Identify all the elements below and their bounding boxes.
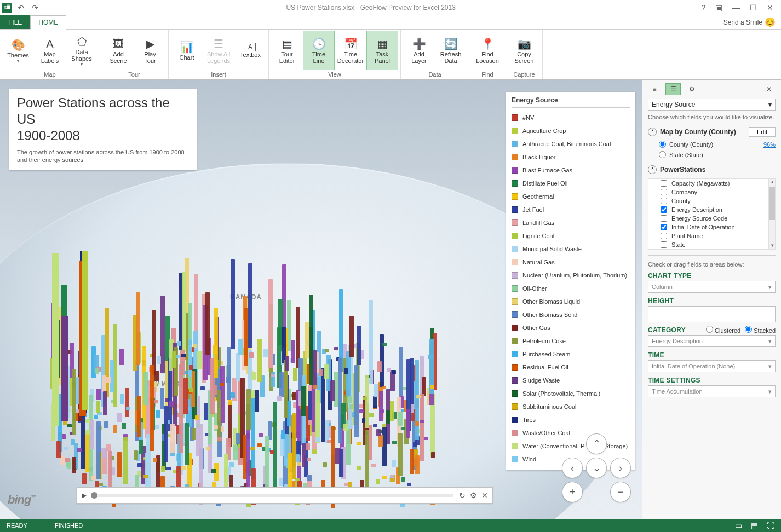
legend-item[interactable]: Lignite Coal [512, 229, 630, 242]
legend-item[interactable]: Other Biomass Solid [512, 308, 630, 321]
tilt-up-button[interactable]: ⌃ [586, 433, 607, 454]
show-all-legends-button[interactable]: ☰Show All Legends [203, 31, 234, 70]
map-canvas[interactable]: KANADA NEW MEXICO Power Stations across … [0, 80, 642, 519]
geo-county-radio[interactable] [659, 141, 666, 148]
legend-item[interactable]: Oil-Other [512, 282, 630, 295]
legend-item[interactable]: #NV [512, 111, 630, 124]
field-checkbox[interactable] [661, 180, 667, 187]
ribbon-display-icon[interactable]: ▣ [713, 2, 725, 13]
tab-home[interactable]: HOME [30, 15, 66, 30]
legend-panel[interactable]: Energy Source #NVAgriculture CropAnthrac… [506, 92, 635, 470]
geo-match-percent[interactable]: 96% [763, 141, 776, 148]
copy-screen-button[interactable]: 📷Copy Screen [508, 31, 540, 70]
timeline-track[interactable] [91, 494, 453, 497]
clustered-option[interactable]: Clustered [706, 326, 740, 334]
field-checkbox[interactable] [661, 233, 667, 239]
legend-item[interactable]: Sludge Waste [512, 374, 630, 387]
time-select[interactable]: Initial Date of Operation (None)▾ [648, 360, 776, 372]
time-line-button[interactable]: 🕓Time Line [303, 31, 335, 70]
layer-select[interactable]: Energy Source ▾ [648, 99, 776, 111]
map-title-overlay[interactable]: Power Stations across the US 1900-2008 T… [9, 89, 197, 170]
field-checkbox[interactable] [661, 215, 667, 222]
geo-state-row[interactable]: State (State) [642, 149, 781, 160]
stacked-option[interactable]: Stacked [745, 326, 776, 334]
category-select[interactable]: Energy Description▾ [648, 335, 776, 347]
legend-item[interactable]: Municipal Solid Waste [512, 242, 630, 256]
legend-item[interactable]: Distillate Fuel Oil [512, 177, 630, 190]
timeline-control[interactable]: ▶ ↻ ⚙ ✕ [77, 487, 493, 504]
add-scene-button[interactable]: 🖼Add Scene [102, 31, 134, 70]
field-row[interactable]: Initial Date of Operation [648, 223, 775, 232]
geo-state-radio[interactable] [659, 151, 666, 158]
status-view-normal-icon[interactable]: ▭ [735, 521, 742, 530]
field-row[interactable]: Capacity (Megawatts) [648, 179, 775, 188]
legend-item[interactable]: Black Liquor [512, 151, 630, 164]
geo-county-row[interactable]: County (County) 96% [642, 139, 781, 149]
legend-item[interactable]: Blast Furnace Gas [512, 164, 630, 177]
collapse-icon[interactable]: ˄ [648, 165, 657, 174]
time-decorator-button[interactable]: 📅Time Decorator [335, 31, 366, 70]
zoom-in-button[interactable]: + [562, 482, 583, 502]
close-icon[interactable]: ✕ [765, 2, 776, 13]
zoom-out-button[interactable]: − [610, 482, 631, 502]
legend-item[interactable]: Agriculture Crop [512, 124, 630, 137]
tour-editor-button[interactable]: ▤Tour Editor [271, 31, 303, 70]
timeline-thumb[interactable] [91, 492, 97, 499]
legend-item[interactable]: Other Gas [512, 321, 630, 334]
legend-item[interactable]: Natural Gas [512, 256, 630, 269]
map-labels-button[interactable]: AMap Labels [34, 31, 66, 70]
legend-item[interactable]: Petroleum Coke [512, 334, 630, 348]
help-icon[interactable]: ? [699, 2, 708, 13]
field-checkbox[interactable] [661, 189, 667, 195]
legend-item[interactable]: Residual Fuel Oil [512, 361, 630, 374]
scroll-thumb[interactable] [769, 187, 775, 220]
textbox-button[interactable]: ATextbox [234, 31, 266, 70]
refresh-data-button[interactable]: 🔄Refresh Data [435, 31, 467, 70]
status-view-pagelayout-icon[interactable]: ▦ [751, 521, 758, 530]
themes-button[interactable]: 🎨Themes▾ [2, 31, 34, 70]
legend-item[interactable]: Other Biomass Liquid [512, 295, 630, 308]
field-checkbox[interactable] [661, 241, 667, 248]
field-row[interactable]: Company [648, 188, 775, 196]
redo-icon[interactable]: ↷ [30, 2, 41, 13]
status-view-fullscreen-icon[interactable]: ⛶ [767, 521, 774, 530]
data-shapes-button[interactable]: ⬠Data Shapes▾ [66, 31, 97, 70]
timeline-loop-icon[interactable]: ↻ [459, 491, 466, 500]
legend-item[interactable]: Landfill Gas [512, 216, 630, 229]
timeline-close-icon[interactable]: ✕ [481, 491, 488, 500]
undo-icon[interactable]: ↶ [15, 2, 26, 13]
find-location-button[interactable]: 📍Find Location [472, 31, 503, 70]
add-layer-button[interactable]: ➕Add Layer [403, 31, 435, 70]
timeline-settings-icon[interactable]: ⚙ [470, 491, 477, 500]
pan-right-button[interactable]: › [610, 458, 631, 478]
task-panel-button[interactable]: ▦Task Panel [366, 31, 398, 70]
legend-item[interactable]: Jet Fuel [512, 203, 630, 216]
task-panel-fields-icon[interactable]: ☰ [665, 83, 681, 95]
legend-item[interactable]: Purchased Steam [512, 348, 630, 361]
legend-item[interactable]: Tires [512, 413, 630, 426]
tilt-down-button[interactable]: ⌄ [586, 458, 607, 478]
chart-button[interactable]: 📊Chart [171, 31, 203, 70]
fields-section-header[interactable]: ˄ PowerStations [642, 163, 781, 176]
field-checkbox[interactable] [661, 198, 667, 204]
field-row[interactable]: County [648, 196, 775, 205]
chart-type-select[interactable]: Column▾ [648, 281, 776, 293]
legend-item[interactable]: Geothermal [512, 190, 630, 203]
minimize-icon[interactable]: — [730, 2, 742, 13]
send-a-smile[interactable]: Send a Smile 😊 [718, 15, 781, 29]
maximize-icon[interactable]: ☐ [748, 2, 759, 13]
tab-file[interactable]: FILE [0, 15, 30, 29]
field-row[interactable]: Energy Description [648, 205, 775, 214]
field-checkbox[interactable] [661, 224, 667, 230]
play-tour-button[interactable]: ▶Play Tour [134, 31, 166, 70]
field-checkbox[interactable] [661, 206, 667, 213]
pan-left-button[interactable]: ‹ [562, 458, 583, 478]
collapse-icon[interactable]: ˄ [648, 128, 657, 136]
legend-item[interactable]: Solar (Photovoltaic, Thermal) [512, 387, 630, 400]
field-row[interactable]: Energy Source Code [648, 214, 775, 223]
legend-item[interactable]: Subbituminous Coal [512, 400, 630, 413]
legend-item[interactable]: Anthracite Coal, Bituminous Coal [512, 137, 630, 151]
task-panel-close-icon[interactable]: ✕ [761, 83, 777, 95]
timeline-play-button[interactable]: ▶ [82, 491, 91, 499]
task-panel-settings-icon[interactable]: ⚙ [684, 83, 699, 95]
